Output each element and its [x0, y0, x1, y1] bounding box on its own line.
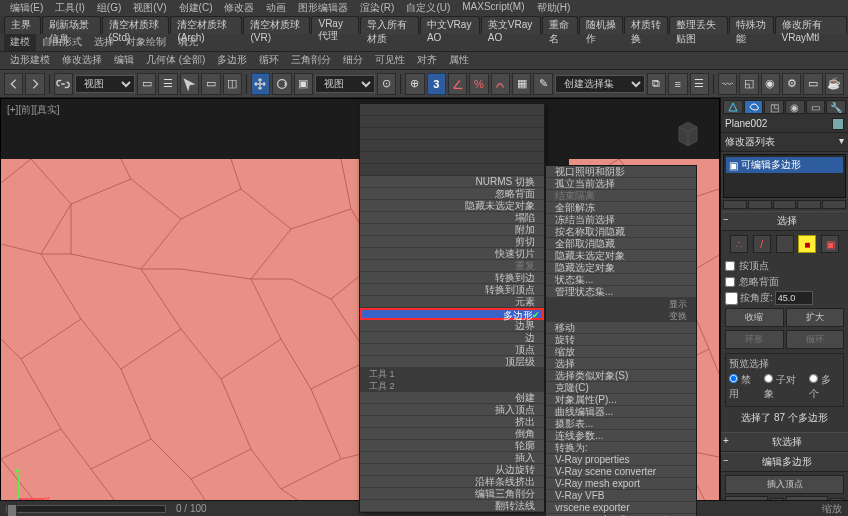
- menu-item[interactable]: 图形编辑器: [292, 0, 354, 16]
- tab[interactable]: 材质转换: [624, 16, 668, 34]
- menu-item[interactable]: 修改器: [218, 0, 260, 16]
- rotate-button[interactable]: [272, 73, 291, 95]
- material-editor-icon[interactable]: ◉: [761, 73, 780, 95]
- tab[interactable]: VRay代理: [311, 16, 358, 34]
- menu-item[interactable]: V-Ray VFB: [546, 490, 696, 502]
- tab[interactable]: 清空材质球(Std): [102, 16, 170, 34]
- menu-item[interactable]: 边: [360, 332, 544, 344]
- menu-item[interactable]: 对象属性(P)...: [546, 394, 696, 406]
- window-cross-icon[interactable]: ◫: [223, 73, 242, 95]
- menu-item[interactable]: 附加: [360, 224, 544, 236]
- menu-item[interactable]: 翻转法线: [360, 500, 544, 512]
- ribbon-tab[interactable]: 建模: [4, 34, 36, 51]
- dropdown-icon[interactable]: ▾: [839, 135, 844, 149]
- preview-subobj-radio[interactable]: 子对象: [764, 373, 805, 401]
- ribbon-sub[interactable]: 编辑: [108, 52, 140, 69]
- curve-editor-icon[interactable]: 〰: [718, 73, 737, 95]
- subobj-border-icon[interactable]: [776, 235, 794, 253]
- ribbon-sub[interactable]: 几何体 (全部): [140, 52, 211, 69]
- tab[interactable]: 特殊功能: [729, 16, 773, 34]
- link-button[interactable]: [54, 73, 73, 95]
- menu-item[interactable]: V-Ray mesh export: [546, 478, 696, 490]
- menu-item[interactable]: 全部解冻: [546, 202, 696, 214]
- mesh-object[interactable]: [0, 159, 381, 509]
- percent-snap-icon[interactable]: %: [469, 73, 488, 95]
- shrink-button[interactable]: 收缩: [725, 308, 784, 327]
- viewcube[interactable]: [671, 117, 705, 151]
- menu-item[interactable]: 轮廓: [360, 440, 544, 452]
- subobj-polygon-icon[interactable]: ■: [798, 235, 816, 253]
- menu-item[interactable]: 克隆(C): [546, 382, 696, 394]
- menu-item[interactable]: 管理状态集...: [546, 286, 696, 298]
- redo-button[interactable]: [25, 73, 44, 95]
- menu-item[interactable]: 工具(I): [49, 0, 90, 16]
- menu-item[interactable]: 编辑三角剖分: [360, 488, 544, 500]
- subobj-element-icon[interactable]: ▣: [821, 235, 839, 253]
- ribbon-sub[interactable]: 循环: [253, 52, 285, 69]
- menu-item-polygon[interactable]: 多边形: [360, 308, 544, 320]
- refcoord-select[interactable]: 视图: [315, 75, 375, 93]
- snap-button[interactable]: 3: [427, 73, 446, 95]
- menu-item[interactable]: 冻结当前选择: [546, 214, 696, 226]
- modifier-item[interactable]: ▣可编辑多边形: [726, 157, 843, 173]
- undo-button[interactable]: [4, 73, 23, 95]
- object-name[interactable]: Plane002: [725, 118, 767, 130]
- rollout-editpoly[interactable]: −编辑多边形: [721, 452, 848, 472]
- tab[interactable]: 随机操作: [579, 16, 623, 34]
- rollout-selection[interactable]: −选择: [721, 211, 848, 231]
- menu-item[interactable]: 连线参数...: [546, 430, 696, 442]
- tab[interactable]: 刷新场景信息: [42, 16, 101, 34]
- tab[interactable]: 主界面: [4, 16, 41, 34]
- menu-item[interactable]: 创建(C): [173, 0, 219, 16]
- menu-item[interactable]: V-Ray properties: [546, 454, 696, 466]
- render-button[interactable]: ☕: [825, 73, 844, 95]
- grow-button[interactable]: 扩大: [786, 308, 845, 327]
- remove-mod-icon[interactable]: [797, 200, 821, 209]
- menu-item[interactable]: 编辑(E): [4, 0, 49, 16]
- menu-item[interactable]: 顶层级: [360, 356, 544, 368]
- ribbon-sub[interactable]: 对齐: [411, 52, 443, 69]
- menu-item[interactable]: 元素: [360, 296, 544, 308]
- rollout-softsel[interactable]: +软选择: [721, 432, 848, 452]
- color-swatch[interactable]: [832, 118, 844, 130]
- show-end-icon[interactable]: [748, 200, 772, 209]
- viewport[interactable]: [+][前][真实]: [0, 98, 720, 516]
- ribbon-tab[interactable]: 自由形式: [36, 34, 88, 51]
- expand-icon[interactable]: ▣: [729, 160, 738, 171]
- menu-item[interactable]: 塌陷: [360, 212, 544, 224]
- subobj-vertex-icon[interactable]: ∴: [730, 235, 748, 253]
- menu-item[interactable]: 视口照明和阴影: [546, 166, 696, 178]
- filter-select[interactable]: 视图: [75, 75, 135, 93]
- menu-item[interactable]: 选择类似对象(S): [546, 370, 696, 382]
- modify-tab-icon[interactable]: [744, 100, 764, 114]
- menu-item[interactable]: 孤立当前选择: [546, 178, 696, 190]
- manip-button[interactable]: ⊕: [405, 73, 424, 95]
- menu-item[interactable]: 转换为:: [546, 442, 696, 454]
- menu-item[interactable]: 隐藏未选定对象: [360, 200, 544, 212]
- menu-item[interactable]: 快速切片: [360, 248, 544, 260]
- menu-item[interactable]: 曲线编辑器...: [546, 406, 696, 418]
- ribbon-sub[interactable]: 细分: [337, 52, 369, 69]
- ribbon-tab[interactable]: 选择: [88, 34, 120, 51]
- insert-vertex-button[interactable]: 插入顶点: [725, 475, 844, 494]
- menu-item[interactable]: NURMS 切换: [360, 176, 544, 188]
- menu-item[interactable]: 旋转: [546, 334, 696, 346]
- time-slider[interactable]: [6, 505, 166, 513]
- menu-item[interactable]: 挤出: [360, 416, 544, 428]
- menu-item[interactable]: 忽略背面: [360, 188, 544, 200]
- viewport-label[interactable]: [+][前][真实]: [7, 103, 60, 117]
- selection-set-select[interactable]: 创建选择集: [555, 75, 645, 93]
- modifier-list-label[interactable]: 修改器列表: [725, 135, 775, 149]
- pivot-icon[interactable]: ⊙: [377, 73, 396, 95]
- menu-item[interactable]: 从边旋转: [360, 464, 544, 476]
- ribbon-sub[interactable]: 三角剖分: [285, 52, 337, 69]
- menu-item[interactable]: 插入: [360, 452, 544, 464]
- render-setup-icon[interactable]: ⚙: [782, 73, 801, 95]
- align-button[interactable]: ≡: [668, 73, 687, 95]
- by-vertex-checkbox[interactable]: 按顶点: [725, 259, 844, 273]
- menu-item[interactable]: V-Ray scene converter: [546, 466, 696, 478]
- menu-item[interactable]: 视图(V): [127, 0, 172, 16]
- create-tab-icon[interactable]: [723, 100, 743, 114]
- spinner-snap-icon[interactable]: [491, 73, 510, 95]
- by-angle-checkbox[interactable]: [725, 292, 738, 305]
